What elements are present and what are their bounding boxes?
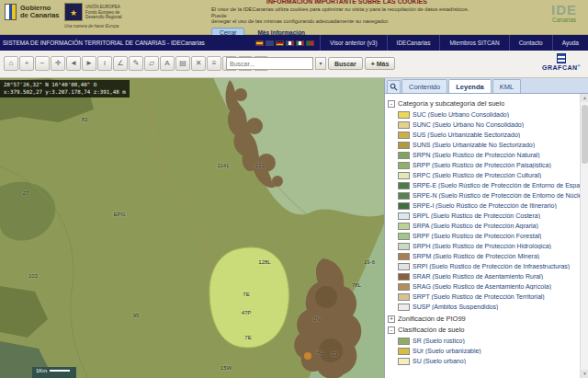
tab-leyenda[interactable]: Leyenda: [448, 79, 491, 93]
map-parcel-label: 95: [133, 313, 140, 318]
legend-item-label: SUNS (Suelo Urbanizable No Sectorizado): [413, 142, 535, 148]
zoom-out-button[interactable]: −: [35, 56, 50, 71]
collapse-icon[interactable]: -: [388, 326, 395, 334]
more-search-button[interactable]: + Más: [365, 57, 396, 70]
menu-item[interactable]: Visor anterior (v3): [320, 35, 387, 51]
home-button[interactable]: ⌂: [4, 56, 18, 71]
menu-item[interactable]: Ayuda: [552, 35, 588, 51]
legend-item: SRPF (Suelo Rústico de Protección Forest…: [388, 231, 580, 241]
draw-line-icon: ✎: [130, 57, 142, 70]
idecanarias-viewer: Gobierno de Canarias ★ UNIÓN EUROPEA Fon…: [0, 0, 588, 378]
legend-swatch: [398, 253, 410, 260]
legend-item: SUNS (Suelo Urbanizable No Sectorizado): [388, 140, 580, 150]
map-canvas[interactable]: 8327EPG102951141223128L7E47P7E15W19-678L…: [0, 78, 384, 378]
legend-item: SRPT (Suelo Rústico de Protección Territ…: [388, 292, 580, 302]
legend-item: SRPI (Suelo Rústico de Protección de Inf…: [388, 261, 580, 271]
legend-item: SRPM (Suelo Rústico de Protección Minera…: [388, 251, 580, 261]
legend-swatch: [398, 243, 410, 250]
menu-item[interactable]: Miembros SITCAN: [439, 35, 508, 51]
cookie-message: INFORMACIÓN IMPORTANTE SOBRE LAS COOKIES…: [211, 0, 482, 38]
system-title: SISTEMA DE INFORMACIÓN TERRITORIAL DE CA…: [0, 40, 250, 46]
previous-extent-button[interactable]: ◄: [66, 56, 81, 71]
panel-scrollbar[interactable]: ▲ ▼: [580, 94, 588, 378]
scroll-up-icon[interactable]: ▲: [581, 94, 588, 102]
menu-item[interactable]: Contacto: [509, 35, 552, 51]
search-input[interactable]: [226, 57, 313, 70]
legend-group-header[interactable]: -Categoría y subcategoría del suelo: [388, 99, 580, 108]
ide-logo-text: IDE: [551, 4, 577, 17]
scrollbar-thumb[interactable]: [582, 105, 588, 164]
expand-icon[interactable]: +: [388, 315, 395, 323]
language-flag-pt[interactable]: [306, 40, 314, 46]
legend-item-label: SRPT (Suelo Rústico de Protección Territ…: [413, 293, 545, 300]
coordinate-readout: 28°57'26,32" N 16°40'08,40" O x:379.502,…: [0, 80, 130, 97]
layers-button[interactable]: ≡: [207, 56, 221, 71]
legend-swatch: [398, 212, 410, 220]
pan-icon: ✛: [51, 57, 64, 70]
legend-swatch: [398, 223, 410, 230]
legend-item-label: SRPE-E (Suelo Rústico de Protección de E…: [413, 182, 580, 189]
legend-item-label: SRPP (Suelo Rústico de Protección Paisaj…: [413, 162, 551, 168]
legend-item-label: SRPN (Suelo Rústico de Protección Natura…: [413, 152, 540, 158]
measure-distance-button[interactable]: ∠: [113, 56, 128, 71]
map-parcel-label: 223: [255, 163, 265, 168]
draw-line-button[interactable]: ✎: [129, 56, 143, 71]
legend-item: SRPH (Suelo Rústico de Protección Hidrol…: [388, 241, 580, 251]
legend-item: SRPL (Suelo Rústico de Protección Coster…: [388, 211, 580, 221]
scale-indicator: 1Km: [32, 367, 76, 378]
cookie-banner: Gobierno de Canarias ★ UNIÓN EUROPEA Fon…: [0, 0, 588, 35]
cookie-body: El visor de la IDECanarias utiliza cooki…: [211, 6, 482, 25]
panel-search-tab[interactable]: [387, 80, 401, 93]
map-parcel-label: 39: [332, 351, 338, 357]
legend-item-label: SRAR (Suelo Rústico de Asentamiento Rura…: [413, 273, 543, 280]
search-button[interactable]: Buscar: [328, 57, 363, 70]
map-labels: 8327EPG102951141223128L7E47P7E15W19-678L…: [0, 78, 384, 378]
print-button[interactable]: ▤: [175, 56, 190, 71]
tab-contenido[interactable]: Contenido: [401, 79, 447, 93]
measure-distance-icon: ∠: [114, 57, 127, 70]
legend-swatch: [398, 172, 410, 179]
grafcan-shield-icon: [557, 53, 566, 63]
language-flag-es[interactable]: [255, 40, 264, 46]
tab-kml[interactable]: KML: [492, 79, 521, 93]
next-extent-icon: ►: [83, 57, 96, 70]
draw-polygon-button[interactable]: ▱: [144, 56, 159, 71]
gobierno-canarias-logo[interactable]: Gobierno de Canarias: [5, 4, 60, 20]
add-text-icon: A: [161, 57, 174, 70]
top-menu: Visor anterior (v3)IDECanariasMiembros S…: [320, 35, 588, 51]
legend-group-label: Clasificación de suelo: [398, 326, 465, 334]
zoom-in-button[interactable]: +: [19, 56, 34, 71]
legend-item-label: SU (Suelo urbano): [413, 358, 466, 364]
grafcan-logo[interactable]: GRAFCAN®: [542, 53, 581, 71]
map-toolbar: ⌂+−✛◄►i∠✎▱A▤✕≡★3D‖ ▾ Buscar + Más GRAFCA…: [0, 51, 588, 78]
map-parcel-label: 19-6: [364, 259, 375, 265]
legend-swatch: [398, 192, 410, 200]
add-text-button[interactable]: A: [160, 56, 175, 71]
legend-group-header[interactable]: -Clasificación de suelo: [388, 326, 580, 334]
search-dropdown-button[interactable]: ▾: [315, 57, 326, 70]
identify-button[interactable]: i: [97, 56, 112, 71]
scroll-down-icon[interactable]: ▼: [581, 370, 588, 378]
scale-bar: [50, 370, 70, 372]
language-flag-fr[interactable]: [286, 40, 294, 46]
next-extent-button[interactable]: ►: [82, 56, 96, 71]
legend-item-label: SUS (Suelo Urbanizable Sectorizado): [413, 132, 520, 138]
legend-item: SRAR (Suelo Rústico de Asentamiento Rura…: [388, 271, 580, 281]
legend-item-label: SRPE-I (Suelo Rústico de Protección de I…: [413, 202, 557, 209]
menu-item[interactable]: IDECanarias: [387, 35, 440, 51]
pan-button[interactable]: ✛: [51, 56, 65, 71]
collapse-icon[interactable]: -: [388, 100, 395, 108]
identify-icon: i: [98, 57, 111, 70]
home-icon: ⌂: [5, 57, 17, 70]
legend-swatch: [398, 358, 410, 365]
legend-group-header[interactable]: +Zonificación de PIO99: [388, 315, 580, 323]
ide-canarias-logo[interactable]: IDE Canarias: [551, 4, 577, 23]
language-flag-de[interactable]: [276, 40, 284, 46]
draw-polygon-icon: ▱: [145, 57, 158, 70]
map-parcel-label: 7E: [243, 292, 249, 297]
erase-button[interactable]: ✕: [191, 56, 206, 71]
legend-item: SUS (Suelo Urbanizable Sectorizado): [388, 130, 580, 140]
language-flag-en[interactable]: [266, 40, 274, 46]
language-flag-it[interactable]: [296, 40, 304, 46]
print-icon: ▤: [176, 57, 189, 70]
